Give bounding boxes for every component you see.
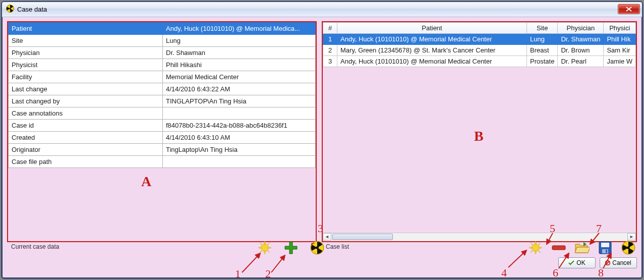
case-property-row[interactable]: OriginatorTingLaptop\An Ting Hsia [9, 143, 316, 155]
property-value [163, 155, 316, 167]
case-property-row[interactable]: Case idf84078b0-2314-442a-b088-abc64b823… [9, 119, 316, 131]
cell-patient: Andy, Huck (10101010) @ Memorial Medical… [337, 55, 527, 67]
cell-site: Lung [526, 33, 557, 44]
property-value: Dr. Shawman [163, 46, 316, 59]
svg-rect-12 [602, 249, 608, 253]
property-value: Memorial Medical Center [163, 71, 316, 83]
property-key: Created [9, 131, 163, 143]
cell-num: 1 [323, 33, 337, 44]
svg-point-4 [316, 246, 319, 249]
property-key: Last change [9, 83, 163, 95]
cell-num: 2 [323, 44, 337, 55]
property-key: Physicist [9, 59, 163, 71]
footer: Current case data [2, 243, 642, 278]
left-toolbar [256, 239, 326, 256]
cell-patient: Andy, Huck (10101010) @ Memorial Medical… [337, 33, 527, 44]
case-property-row[interactable]: FacilityMemorial Medical Center [9, 71, 316, 83]
annotation-6: 6 [553, 266, 558, 279]
cell-site: Breast [526, 44, 557, 55]
annotation-2: 2 [265, 267, 271, 279]
property-key: Originator [9, 143, 163, 155]
open-list-button[interactable] [573, 239, 591, 256]
dialog-buttons: OK Cancel [558, 257, 637, 268]
section-letter-a: A [141, 174, 151, 190]
property-value: TINGLAPTOP\An Ting Hsia [163, 95, 316, 107]
case-list-label: Case list [326, 243, 349, 250]
property-value: TingLaptop\An Ting Hsia [163, 143, 316, 155]
property-value: 4/14/2010 6:43:10 AM [163, 131, 316, 143]
footer-right: Case list [326, 243, 637, 276]
property-key: Physician [9, 46, 163, 59]
cell-physicist: Jamie W [604, 55, 636, 67]
case-property-table[interactable]: PatientAndy, Huck (10101010) @ Memorial … [8, 22, 316, 168]
titlebar: Case data [2, 2, 642, 17]
case-property-row[interactable]: Last changed byTINGLAPTOP\An Ting Hsia [9, 95, 316, 107]
svg-point-8 [532, 244, 539, 251]
col-header-site[interactable]: Site [526, 22, 557, 33]
svg-rect-13 [606, 250, 607, 253]
annotation-1: 1 [235, 267, 241, 279]
case-property-row[interactable]: Created4/14/2010 6:43:10 AM [9, 131, 316, 143]
case-property-row[interactable]: Case annotations [9, 107, 316, 119]
property-key: Case file path [9, 155, 163, 167]
property-value: f84078b0-2314-442a-b088-abc64b8236f1 [163, 119, 316, 131]
svg-line-6 [271, 255, 285, 272]
case-property-row[interactable]: PatientAndy, Huck (10101010) @ Memorial … [9, 22, 316, 34]
col-header-physicist[interactable]: Physici [604, 22, 636, 33]
case-list-row[interactable]: 3Andy, Huck (10101010) @ Memorial Medica… [323, 55, 636, 67]
svg-line-18 [508, 250, 526, 267]
load-case-button[interactable] [309, 239, 326, 256]
cell-physician: Dr. Brown [558, 44, 604, 55]
col-header-physician[interactable]: Physician [558, 22, 604, 33]
case-list-row[interactable]: 1Andy, Huck (10101010) @ Memorial Medica… [323, 33, 636, 44]
radiation-icon [6, 5, 14, 14]
save-list-button[interactable] [597, 239, 614, 256]
property-value: Lung [163, 34, 316, 46]
add-case-button[interactable] [282, 239, 300, 256]
property-key: Case annotations [9, 107, 163, 119]
new-case-button[interactable] [256, 239, 273, 256]
window-body: PatientAndy, Huck (10101010) @ Memorial … [2, 17, 642, 243]
case-property-row[interactable]: PhysicianDr. Shawman [9, 46, 316, 59]
cell-num: 3 [323, 55, 337, 67]
cancel-button[interactable]: Cancel [600, 257, 637, 268]
cell-physicist: Phill Hik [604, 33, 636, 44]
property-value: Phill Hikashi [163, 59, 316, 71]
remove-case-button[interactable] [550, 239, 567, 256]
annotation-4: 4 [501, 266, 507, 279]
ok-button[interactable]: OK [558, 257, 596, 268]
case-list-row[interactable]: 2Mary, Green (12345678) @ St. Mark's Can… [323, 44, 636, 55]
case-data-window: Case data PatientAndy, Huck (10101010) @… [1, 1, 643, 279]
load-list-case-button[interactable] [620, 239, 637, 256]
cell-physician: Dr. Pearl [558, 55, 604, 67]
case-property-row[interactable]: SiteLung [9, 34, 316, 46]
cancel-label: Cancel [612, 259, 631, 266]
case-property-row[interactable]: Last change4/14/2010 6:43:22 AM [9, 83, 316, 95]
property-value: Andy, Huck (10101010) @ Memorial Medica.… [163, 22, 316, 34]
current-case-label: Current case data [11, 243, 59, 250]
case-list-panel: # Patient Site Physician Physici 1Andy, … [322, 21, 637, 242]
col-header-patient[interactable]: Patient [337, 22, 527, 33]
property-value: 4/14/2010 6:43:22 AM [163, 83, 316, 95]
property-key: Site [9, 34, 163, 46]
col-header-num[interactable]: # [323, 22, 337, 33]
window-title: Case data [17, 6, 618, 13]
svg-point-2 [261, 244, 268, 251]
window-close-button[interactable] [618, 4, 640, 14]
property-value [163, 107, 316, 119]
svg-rect-11 [601, 243, 609, 247]
new-list-button[interactable] [527, 239, 544, 256]
case-property-row[interactable]: Case file path [9, 155, 316, 167]
svg-point-1 [9, 8, 11, 9]
case-list-table[interactable]: # Patient Site Physician Physici 1Andy, … [323, 22, 636, 67]
svg-rect-9 [552, 246, 565, 250]
footer-left: Current case data [11, 243, 326, 276]
current-case-panel: PatientAndy, Huck (10101010) @ Memorial … [7, 21, 317, 242]
case-property-row[interactable]: PhysicistPhill Hikashi [9, 59, 316, 71]
cell-patient: Mary, Green (12345678) @ St. Mark's Canc… [337, 44, 527, 55]
property-key: Case id [9, 119, 163, 131]
scroll-thumb[interactable] [332, 234, 393, 240]
property-key: Facility [9, 71, 163, 83]
property-key: Last changed by [9, 95, 163, 107]
right-toolbar [527, 239, 637, 256]
